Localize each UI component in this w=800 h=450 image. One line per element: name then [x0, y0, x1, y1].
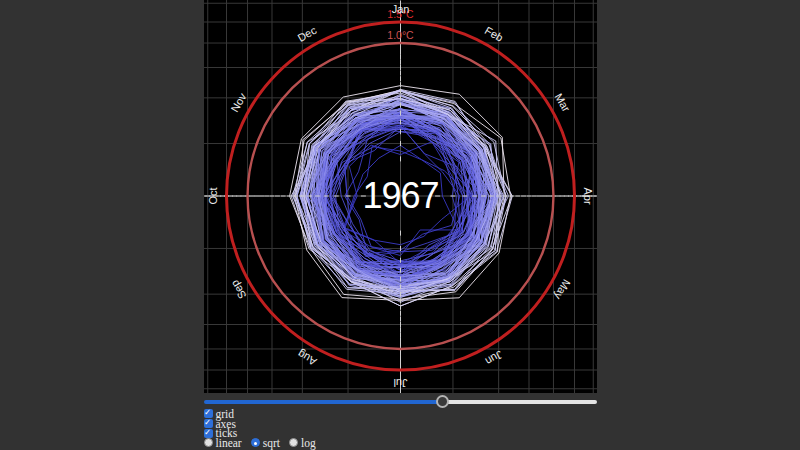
- log-radio[interactable]: [289, 438, 298, 447]
- month-label-nov: Nov: [228, 91, 248, 114]
- month-label-dec: Dec: [295, 24, 318, 44]
- month-label-mar: Mar: [552, 91, 572, 114]
- spiral-chart-svg: 1.0°C1.5°CJanFebMarAprMayJunJulAugSepOct…: [204, 0, 597, 393]
- chart-controls: grid axes ticks linear sqrt log: [204, 409, 597, 448]
- grid-checkbox-row[interactable]: grid: [204, 409, 597, 419]
- climate-spiral-app: 1.0°C1.5°CJanFebMarAprMayJunJulAugSepOct…: [0, 0, 800, 450]
- ring-label-1: 1.0°C: [387, 29, 414, 41]
- month-label-aug: Aug: [295, 348, 318, 368]
- spiral-chart: 1.0°C1.5°CJanFebMarAprMayJunJulAugSepOct…: [204, 0, 597, 393]
- month-label-jan: Jan: [391, 3, 409, 15]
- month-label-jun: Jun: [483, 348, 504, 367]
- linear-radio-label: linear: [216, 437, 242, 449]
- scale-radio-group: linear sqrt log: [204, 438, 597, 448]
- month-label-apr: Apr: [581, 187, 593, 204]
- log-radio-label: log: [301, 437, 316, 449]
- sqrt-radio[interactable]: [251, 438, 260, 447]
- sqrt-radio-label: sqrt: [263, 437, 280, 449]
- center-year-label: 1967: [362, 175, 438, 216]
- month-label-feb: Feb: [482, 24, 504, 44]
- month-label-jul: Jul: [393, 377, 407, 389]
- month-label-oct: Oct: [207, 187, 219, 204]
- linear-radio[interactable]: [204, 438, 213, 447]
- sqrt-radio-row[interactable]: sqrt: [251, 437, 280, 449]
- linear-radio-row[interactable]: linear: [204, 437, 242, 449]
- month-label-sep: Sep: [228, 278, 248, 301]
- ticks-checkbox[interactable]: [204, 429, 213, 438]
- year-slider[interactable]: [204, 395, 597, 408]
- axes-checkbox-row[interactable]: axes: [204, 419, 597, 429]
- month-label-may: May: [551, 278, 572, 302]
- log-radio-row[interactable]: log: [289, 437, 316, 449]
